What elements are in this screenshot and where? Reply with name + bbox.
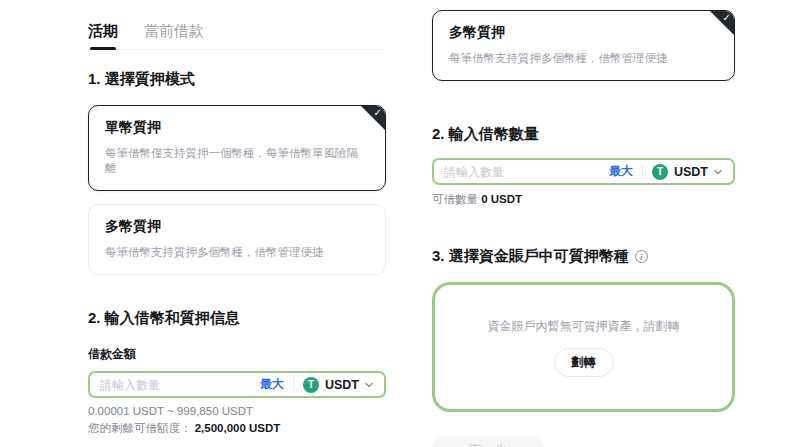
- borrow-quantity-input-box: 最大 T USDT: [432, 158, 735, 185]
- borrow-range-hint: 0.00001 USDT ~ 999,850 USDT: [88, 405, 386, 417]
- collateral-empty-state-box: 資金賬戶內暫無可質押資產，請劃轉 劃轉: [432, 282, 735, 412]
- available-label: 可借數量: [432, 193, 478, 205]
- section-title-borrow-quantity: 2. 輸入借幣數量: [432, 125, 735, 144]
- section-title-choose-mode: 1. 選擇質押模式: [88, 70, 386, 89]
- next-step-button-right[interactable]: 下一步: [432, 436, 544, 447]
- divider: [293, 378, 294, 391]
- borrow-amount-input[interactable]: [100, 378, 260, 392]
- tab-flexible[interactable]: 活期: [88, 18, 118, 49]
- borrow-amount-input-box: 最大 T USDT: [88, 371, 386, 398]
- section-title-text: 3. 選擇資金賬戶中可質押幣種: [432, 247, 629, 266]
- transfer-button[interactable]: 劃轉: [554, 348, 614, 377]
- chevron-down-icon: [713, 163, 723, 181]
- mode-card-title: 單幣質押: [105, 119, 369, 137]
- check-icon: ✓: [374, 107, 382, 118]
- available-value: 0 USDT: [481, 193, 522, 205]
- borrow-currency-label: USDT: [325, 378, 359, 392]
- quota-label: 您的剩餘可借額度：: [88, 422, 192, 434]
- mode-card-description: 每筆借幣支持質押多個幣種，借幣管理便捷: [449, 51, 718, 66]
- right-panel: ✓ 多幣質押 每筆借幣支持質押多個幣種，借幣管理便捷 2. 輸入借幣數量 最大 …: [432, 10, 735, 447]
- info-icon[interactable]: i: [635, 250, 648, 263]
- borrow-amount-label: 借款金額: [88, 346, 386, 363]
- max-button[interactable]: 最大: [609, 163, 633, 180]
- divider: [642, 165, 643, 178]
- empty-state-message: 資金賬戶內暫無可質押資產，請劃轉: [488, 318, 680, 335]
- quota-value: 2,500,000 USDT: [195, 422, 281, 434]
- borrow-currency-label: USDT: [674, 165, 708, 179]
- mode-card-title: 多幣質押: [105, 218, 369, 236]
- mode-card-single-collateral[interactable]: ✓ 單幣質押 每筆借幣僅支持質押一個幣種，每筆借幣單風險隔離: [88, 105, 386, 191]
- check-icon: ✓: [723, 12, 731, 23]
- mode-card-description: 每筆借幣僅支持質押一個幣種，每筆借幣單風險隔離: [105, 146, 369, 176]
- usdt-icon: T: [303, 377, 319, 393]
- borrow-currency-select[interactable]: T USDT: [652, 163, 723, 181]
- borrow-currency-select[interactable]: T USDT: [303, 376, 374, 394]
- mode-card-title: 多幣質押: [449, 24, 718, 42]
- borrow-quantity-input[interactable]: [444, 165, 609, 179]
- chevron-down-icon: [364, 376, 374, 394]
- left-panel: 活期 當前借款 1. 選擇質押模式 ✓ 單幣質押 每筆借幣僅支持質押一個幣種，每…: [88, 18, 386, 447]
- mode-card-description: 每筆借幣支持質押多個幣種，借幣管理便捷: [105, 245, 369, 260]
- usdt-icon: T: [652, 164, 668, 180]
- available-quantity-hint: 可借數量 0 USDT: [432, 192, 735, 207]
- mode-card-multi-collateral[interactable]: 多幣質押 每筆借幣支持質押多個幣種，借幣管理便捷: [88, 204, 386, 275]
- tab-bar: 活期 當前借款: [88, 18, 386, 50]
- tab-current-loans[interactable]: 當前借款: [144, 18, 204, 49]
- section-title-borrow-info: 2. 輸入借幣和質押信息: [88, 309, 386, 328]
- borrow-quota-hint: 您的剩餘可借額度： 2,500,000 USDT: [88, 421, 386, 436]
- max-button[interactable]: 最大: [260, 376, 284, 393]
- mode-card-multi-collateral-selected[interactable]: ✓ 多幣質押 每筆借幣支持質押多個幣種，借幣管理便捷: [432, 10, 735, 81]
- section-title-select-collateral: 3. 選擇資金賬戶中可質押幣種 i: [432, 247, 735, 266]
